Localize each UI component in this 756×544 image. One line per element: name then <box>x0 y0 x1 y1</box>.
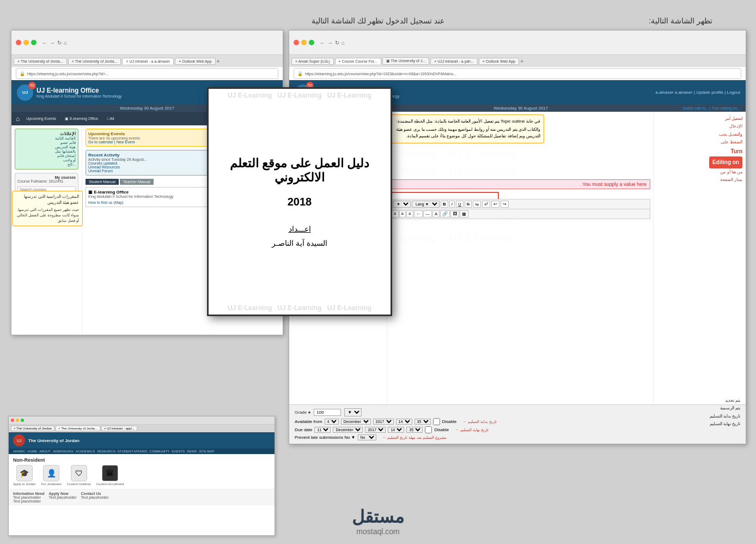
image-btn[interactable]: 🖼 <box>450 210 459 217</box>
tab-3-active[interactable]: × UJ intranet - a.a.alnaser <box>122 58 174 64</box>
home-icon[interactable]: ⌂ <box>16 115 20 123</box>
user-name-r[interactable]: a.alnaser a.alnaser <box>656 90 693 95</box>
link-btn[interactable]: 🔗 <box>440 210 450 217</box>
contact-section: Contact Us Text placeholder <box>81 492 109 503</box>
uni-nav-events[interactable]: EVENTS <box>172 450 185 453</box>
student-tab[interactable]: Student Manual <box>86 179 119 185</box>
minimize-btn-r[interactable] <box>301 40 307 45</box>
align-left[interactable]: ≡ <box>392 210 399 217</box>
uni-nav-admissions[interactable]: ADMISSIONS <box>53 450 74 453</box>
lang-select[interactable]: Lang ▼ <box>412 201 440 208</box>
due-month-select[interactable]: December <box>333 427 363 433</box>
update-profile-link[interactable]: Update profile | Logout <box>696 90 740 95</box>
mini-chrome <box>9 416 275 425</box>
switch-role-link[interactable]: Switch role to... | Turn editing on... <box>682 106 740 110</box>
uni-nav-news[interactable]: NEWS <box>187 450 197 453</box>
icon-app-3[interactable]: 🛡 <box>71 465 87 481</box>
menu-item-6[interactable]: أو واجب <box>17 158 76 162</box>
address-bar-left[interactable]: 🔒 https://elearning.ju.edu.jo/course/vie… <box>16 68 278 79</box>
uni-nav-academics[interactable]: ACADEMICS <box>76 450 95 453</box>
grade-input[interactable] <box>314 409 341 416</box>
url-text: https://elearning.ju.edu.jo/course/view.… <box>27 72 109 76</box>
undo-btn[interactable]: ↩ <box>491 201 499 208</box>
r-tab-5[interactable]: × Outlook Web App <box>479 58 519 65</box>
r-tab-1[interactable]: × Amari Super (UJL) <box>291 58 334 65</box>
due-day-select[interactable]: 11 <box>314 427 331 433</box>
mini-max[interactable] <box>21 419 24 422</box>
uni-nav-about[interactable]: ABOUT <box>39 450 51 453</box>
superscript-btn[interactable]: x² <box>482 201 490 208</box>
mini-close[interactable] <box>11 419 14 422</box>
submission-note-arrow: ← مشروع التسليم بعد مهلة تاريخ التسليم <box>383 436 447 440</box>
uni-nav-community[interactable]: COMMUNITY <box>149 450 169 453</box>
mini-min[interactable] <box>16 419 19 422</box>
close-btn-r[interactable] <box>294 40 299 45</box>
mini-tab-2[interactable]: × The University of Jorda... <box>56 426 100 431</box>
all-nav[interactable]: □ All <box>105 116 117 122</box>
due-min-select[interactable]: 35 <box>406 427 423 433</box>
menu-item-2[interactable]: قائم عضو <box>17 141 76 145</box>
color-btn[interactable]: A <box>432 210 440 217</box>
due-year-select[interactable]: 2017 <box>365 427 386 433</box>
italic-btn[interactable]: I <box>449 201 455 208</box>
add-tab-btn-r[interactable]: + <box>520 58 523 64</box>
prevent-late-select[interactable]: No Yes <box>358 434 376 440</box>
determine-label: يتم تحديد <box>710 397 740 404</box>
subscript-btn[interactable]: x₂ <box>473 201 481 208</box>
r-tab-2[interactable]: × Course Course For... <box>335 58 381 64</box>
maximize-btn[interactable] <box>31 40 36 45</box>
redo-btn[interactable]: ↪ <box>501 201 509 208</box>
uni-nav-arabic[interactable]: ARABIC <box>13 450 25 453</box>
strikethrough-btn[interactable]: S <box>465 201 472 208</box>
how-to-link[interactable]: How to find us (Map) <box>88 201 124 204</box>
font-size-select[interactable]: ▼ <box>393 201 411 208</box>
menu-item-1[interactable]: القائمة الثانية <box>17 136 76 141</box>
mini-tab-1[interactable]: × The University of Jordan <box>11 426 54 431</box>
icon-app-2[interactable]: 👤 <box>43 465 59 481</box>
close-btn[interactable] <box>16 40 21 45</box>
editing-on-badge[interactable]: Editing on <box>709 156 742 168</box>
table-btn[interactable]: ▦ <box>460 210 468 217</box>
avail-min-select[interactable]: 35 <box>414 419 431 425</box>
avail-month-select[interactable]: December <box>341 419 371 425</box>
uni-nav-student[interactable]: STUDENT AFFAIRS <box>118 450 148 453</box>
label-input: الإدخال <box>657 123 742 130</box>
rtl-btn[interactable]: ← <box>414 210 423 217</box>
icon-app-4[interactable]: 🏛 <box>102 465 118 481</box>
grade-type-select[interactable]: ▼ <box>344 408 362 416</box>
avail-hour-select[interactable]: 14 <box>396 419 412 425</box>
icon-app-1[interactable]: 🎓 <box>16 465 33 481</box>
menu-item-3[interactable]: هيئة التدريس <box>17 145 76 149</box>
due-disable-check[interactable] <box>425 426 432 433</box>
minimize-btn[interactable] <box>23 40 29 45</box>
menu-item-5[interactable]: امتحان قائم <box>17 154 76 158</box>
menu-item-7[interactable]: ...الخ <box>17 162 76 167</box>
tab-4[interactable]: × Outlook Web App <box>175 58 215 65</box>
annotation-title: المقررات الدراسية التي تدرسها عضو هيئة ا… <box>16 194 79 205</box>
avail-day-select[interactable]: 4 <box>325 419 339 425</box>
maximize-btn-r[interactable] <box>309 40 314 45</box>
upcoming-events-nav[interactable]: Upcoming Events <box>24 116 58 122</box>
mini-tab-3[interactable]: × UJ intranet - appl... <box>101 426 137 431</box>
tab-1[interactable]: × The University of Jorda... <box>14 58 67 65</box>
r-tab-3[interactable]: ▣ The University of J... <box>382 57 430 65</box>
r-tab-4[interactable]: × UJJ intranet - a.yah... <box>430 58 478 65</box>
teacher-tab[interactable]: Teacher Manual <box>120 179 154 185</box>
uni-nav-research[interactable]: RESEARCH <box>97 450 115 453</box>
elearn-office-nav[interactable]: ▣ E-learning Office <box>63 116 100 122</box>
underline-btn[interactable]: U <box>456 201 464 208</box>
align-center[interactable]: ≡ <box>399 210 406 217</box>
bold-btn[interactable]: B <box>441 201 448 208</box>
menu-item-4[interactable]: بالقشايها مثل <box>17 149 76 154</box>
dash-btn[interactable]: — <box>423 210 432 217</box>
add-tab-btn[interactable]: + <box>217 58 220 64</box>
avail-disable-check[interactable] <box>433 418 440 425</box>
due-hour-select[interactable]: 14 <box>388 427 404 433</box>
address-bar-right[interactable]: 🔒 https://elearning.ju.edu.jo/course/vie… <box>294 68 741 79</box>
avail-year-select[interactable]: 2017 <box>373 419 394 425</box>
tab-2[interactable]: × The University of Jorda... <box>68 58 121 65</box>
icon-label-3: Custom Hotlines <box>67 482 91 486</box>
uni-nav-home[interactable]: HOME <box>27 450 37 453</box>
uni-nav-sitemap[interactable]: SITE MAP <box>199 450 214 453</box>
align-right[interactable]: ≡ <box>406 210 413 217</box>
